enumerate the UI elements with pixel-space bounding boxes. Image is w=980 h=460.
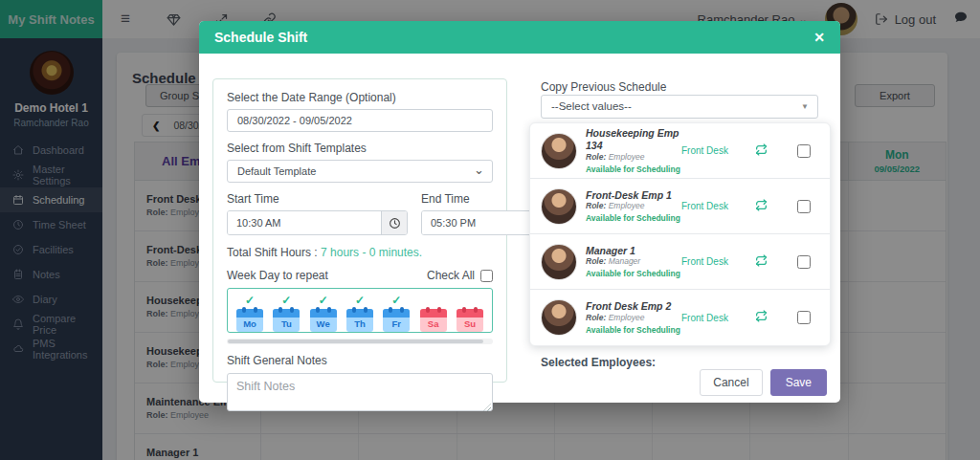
modal-header: Schedule Shift ✕ xyxy=(199,21,840,54)
date-range-label: Select the Date Range (Optional) xyxy=(227,91,493,104)
weekday-picker: ✓ Mo ✓ Tu ✓ We ✓ Th xyxy=(227,288,493,333)
start-time-input[interactable] xyxy=(228,211,381,234)
caret-down-icon: ▼ xyxy=(801,102,809,111)
employee-list: Housekeeping Emp 134 Role: Employee Avai… xyxy=(529,122,831,346)
check-icon: ✓ xyxy=(391,294,401,307)
selected-employees-label: Selected Employees: xyxy=(541,356,656,369)
check-all-label: Check All xyxy=(427,269,475,282)
employee-row: Housekeeping Emp 134 Role: Employee Avai… xyxy=(530,123,830,179)
schedule-shift-modal: Schedule Shift ✕ Select the Date Range (… xyxy=(199,21,840,403)
availability-badge: Available for Scheduling xyxy=(586,325,681,335)
availability-badge: Available for Scheduling xyxy=(586,164,681,174)
employee-row: Front-Desk Emp 1 Role: Employee Availabl… xyxy=(530,179,830,234)
shift-notes-textarea[interactable] xyxy=(227,373,493,411)
start-time-clock-button[interactable] xyxy=(381,211,407,234)
employee-row: Front Desk Emp 2 Role: Employee Availabl… xyxy=(530,290,830,345)
total-shift-hours: Total Shift Hours : 7 hours - 0 minutes. xyxy=(227,246,493,259)
weekday-scrollbar-thumb[interactable] xyxy=(228,340,483,343)
start-time-label: Start Time xyxy=(227,192,408,206)
employee-checkbox[interactable] xyxy=(797,144,811,158)
app-screen: My Shift Notes ≡ Ramchander Rao ⌄ Log ou… xyxy=(0,0,980,460)
repeat-icon[interactable] xyxy=(743,198,779,215)
department-label: Front Desk xyxy=(681,201,743,211)
shift-form: Select the Date Range (Optional) Select … xyxy=(212,78,507,383)
avatar xyxy=(542,189,576,224)
weekday-mo[interactable]: ✓ Mo xyxy=(235,294,264,332)
weekday-th[interactable]: ✓ Th xyxy=(345,294,374,332)
cancel-button[interactable]: Cancel xyxy=(700,369,762,396)
employee-checkbox[interactable] xyxy=(797,255,811,269)
close-icon[interactable]: ✕ xyxy=(813,30,825,45)
weekday-label: Week Day to repeat xyxy=(227,269,328,282)
repeat-icon[interactable] xyxy=(743,253,779,271)
template-select[interactable]: Default Template ⌄ xyxy=(227,160,493,183)
date-range-input[interactable] xyxy=(227,109,493,132)
repeat-icon[interactable] xyxy=(743,142,779,160)
department-label: Front Desk xyxy=(681,145,743,156)
modal-title: Schedule Shift xyxy=(214,30,307,45)
weekday-we[interactable]: ✓ We xyxy=(309,294,338,332)
department-label: Front Desk xyxy=(681,256,743,267)
avatar xyxy=(542,134,576,168)
check-icon: ✓ xyxy=(355,294,365,307)
weekday-fr[interactable]: ✓ Fr xyxy=(382,294,411,332)
weekday-tu[interactable]: ✓ Tu xyxy=(272,294,301,332)
repeat-icon[interactable] xyxy=(743,309,779,326)
copy-previous-schedule-select[interactable]: --Select values-- ▼ xyxy=(541,95,818,119)
copy-previous-schedule-label: Copy Previous Schedule xyxy=(541,80,666,94)
availability-badge: Available for Scheduling xyxy=(586,269,681,278)
employee-checkbox[interactable] xyxy=(797,200,811,213)
weekday-su[interactable]: ✓ Su xyxy=(456,294,484,332)
department-label: Front Desk xyxy=(681,313,743,323)
chevron-down-icon: ⌄ xyxy=(474,163,484,177)
template-label: Select from Shift Templates xyxy=(227,142,493,155)
weekday-scrollbar xyxy=(227,339,493,344)
weekday-sa[interactable]: ✓ Sa xyxy=(419,294,448,332)
check-icon: ✓ xyxy=(319,294,328,307)
avatar xyxy=(542,300,576,335)
check-icon: ✓ xyxy=(245,294,255,307)
check-icon: ✓ xyxy=(281,294,291,307)
employee-checkbox[interactable] xyxy=(797,311,811,324)
check-all-checkbox[interactable] xyxy=(480,270,493,282)
save-button[interactable]: Save xyxy=(770,369,827,396)
shift-notes-label: Shift General Notes xyxy=(227,354,493,367)
availability-badge: Available for Scheduling xyxy=(586,213,681,223)
avatar xyxy=(542,245,576,279)
employee-row: Manager 1 Role: Manager Available for Sc… xyxy=(530,234,830,290)
total-shift-hours-value: 7 hours - 0 minutes. xyxy=(321,246,422,259)
clock-icon xyxy=(389,217,401,230)
